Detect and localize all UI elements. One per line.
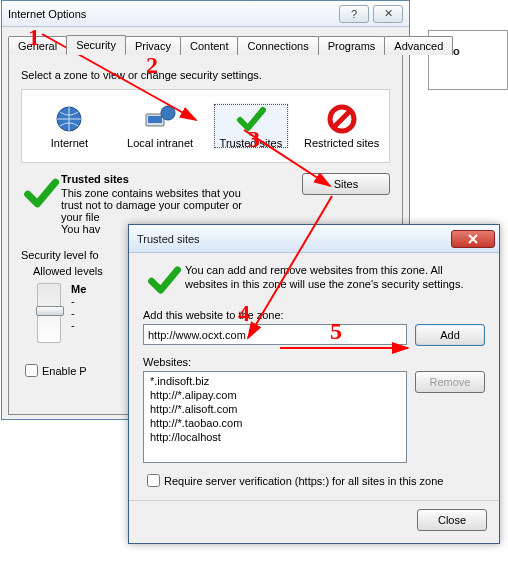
level-name: Me (71, 283, 86, 295)
trusted-desc-3: your file (61, 211, 294, 223)
enable-protected-checkbox[interactable] (25, 364, 38, 377)
checkmark-icon (143, 263, 185, 297)
svg-point-3 (161, 106, 175, 120)
remove-button[interactable]: Remove (415, 371, 485, 393)
tab-security[interactable]: Security (66, 35, 126, 55)
close-icon: ✕ (384, 7, 393, 20)
trusted-sites-title: Trusted sites (137, 233, 200, 245)
annotation-3: 3 (248, 126, 260, 153)
websites-label: Websites: (143, 356, 485, 368)
zone-prompt: Select a zone to view or change security… (21, 69, 390, 81)
internet-options-titlebar[interactable]: Internet Options ? ✕ (2, 1, 409, 27)
websites-listbox[interactable]: *.indisoft.biz http://*.alipay.com http:… (143, 371, 407, 463)
add-website-label: Add this website to the zone: (143, 309, 485, 321)
help-icon: ? (351, 8, 357, 20)
zone-local-intranet-label: Local intranet (122, 137, 198, 149)
tab-advanced[interactable]: Advanced (384, 36, 453, 55)
trusted-heading: Trusted sites (61, 173, 294, 185)
computer-globe-icon (144, 103, 176, 135)
svg-line-5 (334, 111, 350, 127)
sites-button[interactable]: Sites (302, 173, 390, 195)
security-level-slider[interactable] (37, 283, 61, 343)
list-item[interactable]: *.indisoft.biz (144, 374, 406, 388)
tab-connections[interactable]: Connections (237, 36, 318, 55)
list-item[interactable]: http://*.taobao.com (144, 416, 406, 430)
add-website-input[interactable] (143, 324, 407, 345)
trusted-sites-intro-text: You can add and remove websites from thi… (185, 263, 485, 297)
zone-local-intranet[interactable]: Local intranet (122, 103, 198, 149)
add-button[interactable]: Add (415, 324, 485, 346)
close-button[interactable]: Close (417, 509, 487, 531)
zone-internet[interactable]: Internet (31, 103, 107, 149)
tab-content[interactable]: Content (180, 36, 239, 55)
require-https-label: Require server verification (https:) for… (164, 475, 443, 487)
trusted-sites-titlebar[interactable]: Trusted sites (129, 225, 499, 253)
trusted-sites-close-button[interactable] (451, 230, 495, 248)
help-button[interactable]: ? (339, 5, 369, 23)
zone-internet-label: Internet (31, 137, 107, 149)
trusted-desc-2: trust not to damage your computer or (61, 199, 294, 211)
close-button[interactable]: ✕ (373, 5, 403, 23)
level-dash-1: - (71, 295, 86, 307)
trusted-sites-intro: You can add and remove websites from thi… (143, 263, 485, 297)
zone-list: Internet Local intranet Trusted sites Re… (21, 89, 390, 163)
tab-strip: General Security Privacy Content Connect… (8, 33, 403, 55)
list-item[interactable]: http://*.alisoft.com (144, 402, 406, 416)
globe-icon (53, 103, 85, 135)
level-dash-2: - (71, 307, 86, 319)
internet-options-title: Internet Options (8, 8, 86, 20)
zone-restricted-sites[interactable]: Restricted sites (304, 103, 380, 149)
checkmark-large-icon (21, 173, 61, 235)
level-dash-3: - (71, 319, 86, 331)
trusted-desc-1: This zone contains websites that you (61, 187, 294, 199)
trusted-sites-dialog: Trusted sites You can add and remove web… (128, 224, 500, 544)
annotation-2: 2 (146, 52, 158, 79)
close-icon (468, 234, 478, 244)
tab-programs[interactable]: Programs (318, 36, 386, 55)
svg-rect-2 (148, 116, 162, 123)
list-item[interactable]: http://localhost (144, 430, 406, 444)
list-item[interactable]: http://*.alipay.com (144, 388, 406, 402)
annotation-1: 1 (28, 24, 40, 51)
annotation-4: 4 (238, 300, 250, 327)
slider-thumb[interactable] (36, 306, 64, 316)
prohibited-icon (326, 103, 358, 135)
annotation-5: 5 (330, 318, 342, 345)
zone-restricted-sites-label: Restricted sites (304, 137, 380, 149)
enable-protected-label: Enable P (42, 365, 87, 377)
require-https-checkbox[interactable] (147, 474, 160, 487)
